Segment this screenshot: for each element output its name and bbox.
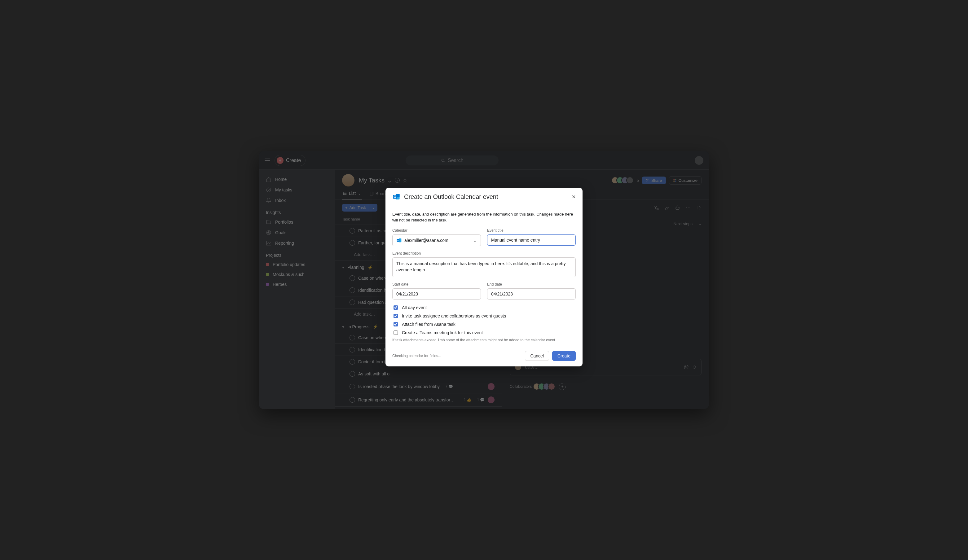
start-date-label: Start date xyxy=(392,282,481,287)
modal-title: Create an Outlook Calendar event xyxy=(404,193,498,200)
end-date-label: End date xyxy=(487,282,576,287)
calendar-value: alexmiller@asana.com xyxy=(404,238,448,243)
teams-link-checkbox[interactable]: Create a Teams meeting link for this eve… xyxy=(392,330,576,336)
checkbox-label: All day event xyxy=(402,305,427,310)
modal-body: Event title, date, and description are g… xyxy=(385,206,583,346)
modal-status: Checking calendar for fields... xyxy=(392,354,441,358)
attachment-warning: If task attachments exceed 1mb some of t… xyxy=(392,338,576,342)
svg-rect-29 xyxy=(397,239,399,242)
checkbox-input[interactable] xyxy=(393,330,398,335)
modal-footer: Checking calendar for fields... Cancel C… xyxy=(385,346,583,366)
checkbox-label: Create a Teams meeting link for this eve… xyxy=(402,330,483,335)
chevron-down-icon: ⌄ xyxy=(473,238,477,243)
outlook-icon xyxy=(392,193,400,201)
app-window: + Create Search Home My tasks Inbox Insi… xyxy=(259,151,709,409)
checkbox-label: Invite task assignee and collaborators a… xyxy=(402,313,506,318)
description-label: Event description xyxy=(392,251,576,255)
modal-overlay: Create an Outlook Calendar event ✕ Event… xyxy=(259,151,709,409)
event-title-input[interactable] xyxy=(487,234,576,245)
checkbox-input[interactable] xyxy=(393,305,398,310)
start-date-input[interactable] xyxy=(392,288,481,300)
calendar-select[interactable]: alexmiller@asana.com ⌄ xyxy=(392,234,481,246)
checkbox-label: Attach files from Asana task xyxy=(402,322,456,327)
create-outlook-event-modal: Create an Outlook Calendar event ✕ Event… xyxy=(385,188,583,366)
modal-header: Create an Outlook Calendar event ✕ xyxy=(385,188,583,206)
close-icon[interactable]: ✕ xyxy=(572,194,576,200)
outlook-icon xyxy=(396,238,402,243)
checkbox-input[interactable] xyxy=(393,314,398,318)
all-day-checkbox[interactable]: All day event xyxy=(392,305,576,311)
end-date-input[interactable] xyxy=(487,288,576,300)
cancel-button[interactable]: Cancel xyxy=(525,351,549,361)
create-button[interactable]: Create xyxy=(552,351,576,361)
event-title-label: Event title xyxy=(487,228,576,233)
svg-rect-26 xyxy=(393,195,397,199)
button-label: Cancel xyxy=(530,353,544,358)
calendar-label: Calendar xyxy=(392,228,481,233)
attach-files-checkbox[interactable]: Attach files from Asana task xyxy=(392,321,576,327)
description-input[interactable] xyxy=(392,257,576,277)
button-label: Create xyxy=(557,353,570,358)
modal-note: Event title, date, and description are g… xyxy=(392,212,576,223)
checkbox-input[interactable] xyxy=(393,322,398,326)
invite-checkbox[interactable]: Invite task assignee and collaborators a… xyxy=(392,313,576,319)
